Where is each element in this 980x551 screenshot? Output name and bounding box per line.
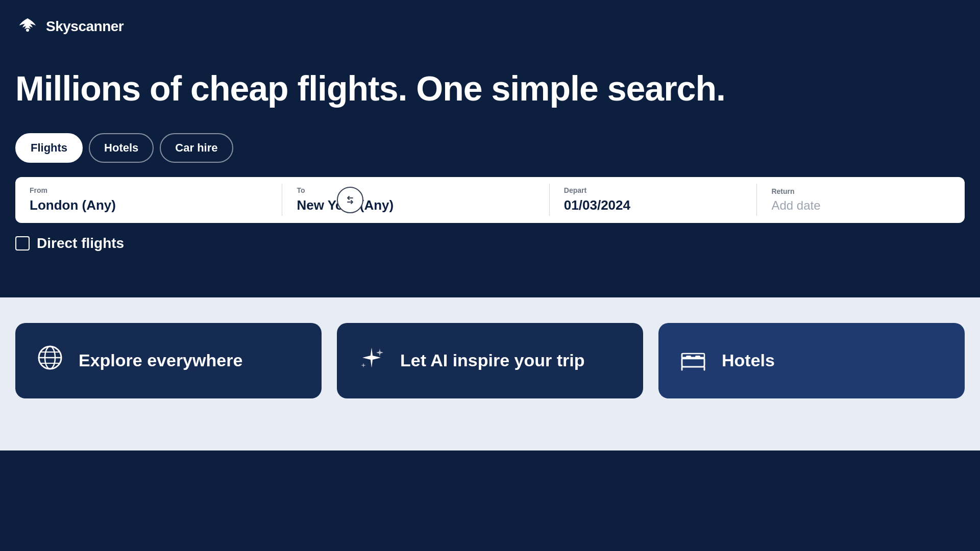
svg-point-0 (26, 29, 29, 32)
globe-icon (36, 343, 64, 372)
to-value: New York (Any) (297, 197, 535, 213)
return-placeholder: Add date (771, 198, 950, 213)
hero-title: Millions of cheap flights. One simple se… (15, 69, 965, 108)
tab-flights[interactable]: Flights (15, 133, 83, 163)
svg-rect-10 (686, 356, 691, 359)
direct-flights-checkbox[interactable] (15, 236, 30, 251)
direct-flights-row: Direct flights (15, 235, 965, 252)
swap-button-container (337, 187, 363, 213)
ai-icon (357, 343, 386, 378)
swap-icon (344, 194, 356, 206)
logo: Skyscanner (15, 14, 965, 39)
bottom-section: Explore everywhere Let AI inspire your t… (0, 297, 980, 450)
from-field[interactable]: From London (Any) (15, 177, 282, 223)
tab-hotels[interactable]: Hotels (89, 133, 154, 163)
tab-car-hire[interactable]: Car hire (160, 133, 233, 163)
skyscanner-logo-icon (15, 14, 40, 39)
hotels-card-label: Hotels (722, 350, 775, 370)
svg-rect-11 (695, 356, 700, 359)
depart-value: 01/03/2024 (564, 197, 743, 213)
explore-icon (36, 343, 64, 378)
ai-card[interactable]: Let AI inspire your trip (337, 323, 643, 398)
bed-icon (679, 343, 707, 372)
from-label: From (30, 186, 268, 194)
cards-row: Explore everywhere Let AI inspire your t… (15, 323, 965, 398)
to-label: To (297, 186, 535, 194)
depart-field[interactable]: Depart 01/03/2024 (550, 177, 757, 223)
return-field[interactable]: Return Add date (757, 177, 965, 223)
hero-section: Millions of cheap flights. One simple se… (0, 49, 980, 277)
tab-bar: Flights Hotels Car hire (15, 133, 965, 163)
to-field[interactable]: To New York (Any) (282, 177, 549, 223)
from-value: London (Any) (30, 197, 268, 213)
explore-card[interactable]: Explore everywhere (15, 323, 322, 398)
return-label: Return (771, 187, 950, 195)
search-bar-wrapper: From London (Any) To New York (Any) (15, 177, 965, 223)
ai-label: Let AI inspire your trip (400, 350, 584, 370)
sparkle-icon (357, 343, 386, 372)
hotels-card[interactable]: Hotels (658, 323, 965, 398)
logo-text: Skyscanner (46, 18, 124, 35)
depart-label: Depart (564, 186, 743, 194)
direct-flights-label[interactable]: Direct flights (37, 235, 124, 252)
hotels-icon (679, 343, 707, 378)
explore-label: Explore everywhere (79, 350, 242, 370)
header: Skyscanner (0, 0, 980, 49)
search-bar: From London (Any) To New York (Any) (15, 177, 965, 223)
swap-button[interactable] (337, 187, 363, 213)
